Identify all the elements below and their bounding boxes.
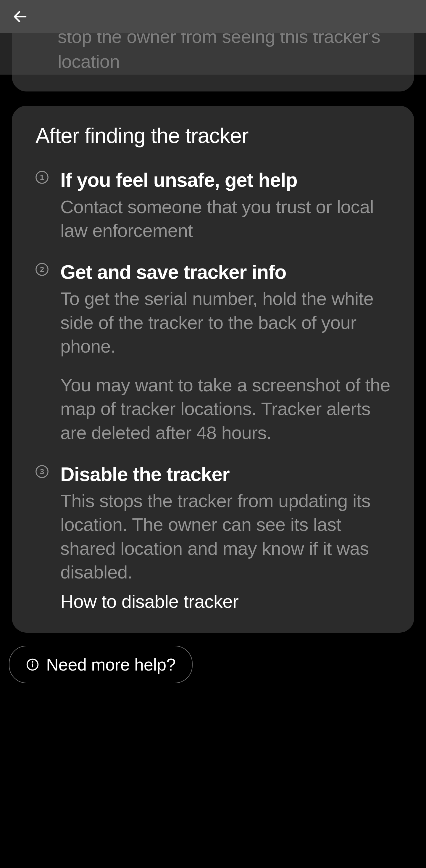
step-2: 2 Get and save tracker info To get the s… [35,260,391,445]
step-2-description: To get the serial number, hold the white… [60,287,391,359]
after-finding-card: After finding the tracker 1 If you feel … [12,106,414,633]
step-number-1-icon: 1 [35,171,48,184]
help-button-label: Need more help? [46,655,175,674]
card-title: After finding the tracker [35,123,391,148]
step-2-content: Get and save tracker info To get the ser… [60,260,391,445]
step-1-heading: If you feel unsafe, get help [60,168,391,192]
partial-previous-card: stop the owner from seeing this tracker'… [12,24,414,91]
step-2-heading: Get and save tracker info [60,260,391,284]
need-more-help-button[interactable]: Need more help? [9,646,193,683]
step-1: 1 If you feel unsafe, get help Contact s… [35,168,391,243]
step-3: 3 Disable the tracker This stops the tra… [35,463,391,612]
svg-point-9 [32,661,33,662]
step-2-description-2: You may want to take a screenshot of the… [60,373,391,445]
arrow-left-icon [12,8,28,25]
back-button[interactable] [12,8,28,25]
step-3-heading: Disable the tracker [60,463,391,486]
info-icon [26,658,39,671]
step-1-content: If you feel unsafe, get help Contact som… [60,168,391,243]
disable-tracker-link[interactable]: How to disable tracker [60,591,391,612]
step-number-3-icon: 3 [35,465,48,478]
step-1-description: Contact someone that you trust or local … [60,195,391,243]
main-content: stop the owner from seeing this tracker'… [0,0,426,695]
svg-text:3: 3 [40,467,44,476]
step-3-description: This stops the tracker from updating its… [60,489,391,584]
svg-text:2: 2 [40,265,44,274]
app-header [0,0,426,33]
step-3-content: Disable the tracker This stops the track… [60,463,391,612]
step-number-2-icon: 2 [35,263,48,276]
svg-text:1: 1 [40,174,44,182]
